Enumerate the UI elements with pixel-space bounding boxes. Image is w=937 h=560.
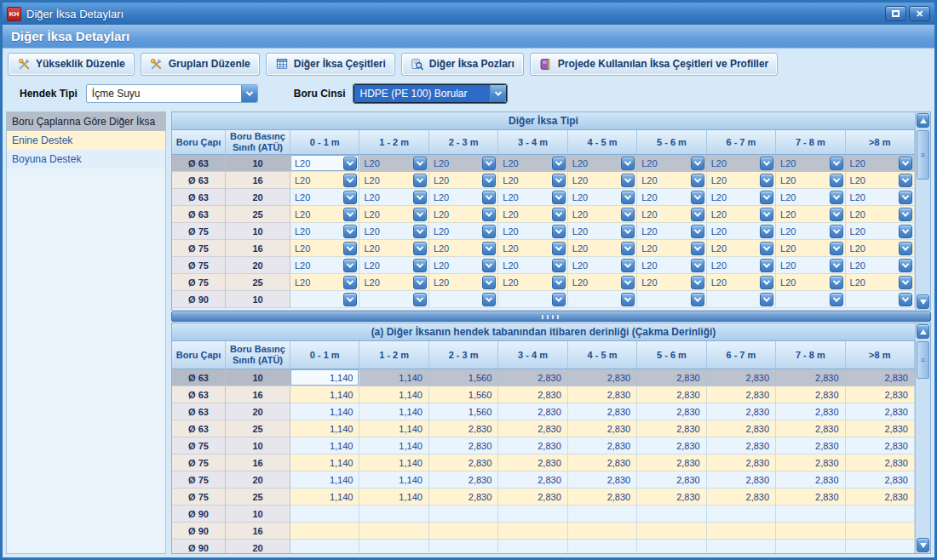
iksa-type-cell[interactable]: L20 (846, 223, 915, 240)
chevron-down-icon[interactable] (552, 208, 566, 221)
chevron-down-icon[interactable] (241, 85, 257, 102)
depth-value-cell[interactable]: 2,830 (707, 471, 776, 489)
depth-value-cell[interactable] (637, 523, 706, 540)
iksa-type-cell[interactable]: L20 (776, 223, 845, 240)
chevron-down-icon[interactable] (413, 293, 427, 306)
iksa-type-cell[interactable]: L20 (707, 223, 776, 240)
iksa-type-cell[interactable]: L20 (776, 240, 845, 257)
iksa-type-cell[interactable] (846, 291, 915, 308)
chevron-down-icon[interactable] (691, 293, 704, 306)
depth-value-cell[interactable]: 2,830 (637, 369, 706, 386)
depth-value-cell[interactable] (498, 523, 567, 540)
depth-value-cell[interactable]: 2,830 (637, 437, 706, 454)
iksa-type-cell[interactable]: L20 (707, 189, 776, 206)
depth-value-cell[interactable]: 2,830 (707, 489, 776, 506)
iksa-type-cell[interactable]: L20 (776, 206, 845, 223)
chevron-down-icon[interactable] (413, 242, 427, 255)
depth-value-cell[interactable]: 2,830 (776, 420, 845, 437)
chevron-down-icon[interactable] (552, 225, 566, 238)
chevron-down-icon[interactable] (830, 259, 843, 272)
iksa-type-cell[interactable]: L20 (637, 223, 706, 240)
chevron-down-icon[interactable] (899, 242, 912, 255)
chevron-down-icon[interactable] (760, 259, 773, 272)
iksa-type-cell[interactable] (429, 291, 498, 308)
iksa-type-cell[interactable]: L20 (429, 274, 498, 291)
iksa-type-cell[interactable]: L20 (429, 189, 498, 206)
depth-value-cell[interactable] (568, 506, 637, 523)
depth-value-cell[interactable]: 2,830 (846, 386, 915, 403)
iksa-type-cell[interactable] (498, 291, 567, 308)
project-iksa-profiles-button[interactable]: Projede Kullanılan İksa Çeşitleri ve Pro… (530, 53, 778, 76)
iksa-type-cell[interactable]: L20 (498, 223, 567, 240)
chevron-down-icon[interactable] (899, 259, 912, 272)
depth-value-cell[interactable]: 1,560 (429, 369, 498, 386)
iksa-type-cell[interactable]: L20 (290, 155, 359, 172)
iksa-type-cell[interactable]: L20 (568, 189, 637, 206)
chevron-down-icon[interactable] (830, 276, 843, 289)
chevron-down-icon[interactable] (621, 242, 635, 255)
chevron-down-icon[interactable] (413, 191, 427, 204)
depth-value-cell[interactable]: 1,140 (290, 437, 359, 454)
depth-value-cell[interactable]: 2,830 (568, 369, 637, 386)
iksa-type-cell[interactable]: L20 (498, 274, 567, 291)
chevron-down-icon[interactable] (343, 208, 357, 221)
depth-value-cell[interactable] (776, 506, 845, 523)
depth-value-cell[interactable]: 2,830 (846, 369, 915, 386)
depth-value-cell[interactable]: 2,830 (498, 403, 567, 420)
depth-value-cell[interactable]: 2,830 (846, 489, 915, 506)
chevron-down-icon[interactable] (621, 259, 635, 272)
chevron-down-icon[interactable] (760, 242, 773, 255)
chevron-down-icon[interactable] (691, 157, 704, 170)
depth-value-cell[interactable] (707, 523, 776, 540)
iksa-type-cell[interactable]: L20 (637, 257, 706, 274)
depth-value-cell[interactable] (846, 540, 915, 553)
depth-value-cell[interactable]: 1,140 (290, 403, 359, 420)
restore-button[interactable] (885, 6, 906, 21)
depth-value-cell[interactable]: 2,830 (429, 489, 498, 506)
depth-value-cell[interactable]: 2,830 (637, 471, 706, 489)
chevron-down-icon[interactable] (343, 276, 357, 289)
depth-value-cell[interactable]: 1,560 (429, 403, 498, 420)
chevron-down-icon[interactable] (621, 208, 635, 221)
depth-value-cell[interactable]: 2,830 (707, 403, 776, 420)
depth-value-cell[interactable]: 2,830 (776, 386, 845, 403)
iksa-type-cell[interactable]: L20 (776, 189, 845, 206)
chevron-down-icon[interactable] (552, 293, 566, 306)
depth-value-cell[interactable] (359, 506, 428, 523)
depth-value-cell[interactable]: 1,140 (290, 471, 359, 489)
iksa-type-cell[interactable]: L20 (498, 206, 567, 223)
depth-value-cell[interactable]: 2,830 (707, 437, 776, 454)
depth-value-cell[interactable]: 2,830 (498, 437, 567, 454)
depth-value-cell[interactable] (776, 540, 845, 553)
depth-value-cell[interactable] (846, 523, 915, 540)
chevron-down-icon[interactable] (760, 276, 773, 289)
iksa-type-cell[interactable]: L20 (498, 172, 567, 189)
iksa-type-cell[interactable]: L20 (776, 274, 845, 291)
chevron-down-icon[interactable] (552, 174, 566, 187)
iksa-type-cell[interactable]: L20 (637, 189, 706, 206)
depth-value-cell[interactable]: 2,830 (776, 437, 845, 454)
iksa-type-cell[interactable]: L20 (498, 155, 567, 172)
iksa-type-cell[interactable]: L20 (637, 172, 706, 189)
depth-value-cell[interactable] (637, 540, 706, 553)
chevron-down-icon[interactable] (691, 191, 704, 204)
iksa-type-cell[interactable]: L20 (568, 274, 637, 291)
depth-value-cell[interactable]: 2,830 (776, 489, 845, 506)
depth-value-cell[interactable]: 2,830 (568, 403, 637, 420)
depth-value-cell[interactable]: 1,140 (359, 420, 428, 437)
iksa-type-cell[interactable]: L20 (568, 240, 637, 257)
iksa-type-cell[interactable]: L20 (429, 206, 498, 223)
iksa-type-cell[interactable]: L20 (846, 155, 915, 172)
depth-value-cell[interactable]: 2,830 (707, 386, 776, 403)
depth-value-cell[interactable] (568, 523, 637, 540)
depth-value-cell[interactable]: 1,140 (290, 386, 359, 403)
groups-edit-button[interactable]: Grupları Düzenle (141, 53, 260, 76)
iksa-type-cell[interactable]: L20 (290, 189, 359, 206)
vertical-scrollbar[interactable]: ≡ (915, 112, 930, 310)
chevron-down-icon[interactable] (691, 259, 704, 272)
chevron-down-icon[interactable] (899, 208, 912, 221)
depth-value-cell[interactable]: 1,140 (359, 454, 428, 471)
chevron-down-icon[interactable] (691, 208, 704, 221)
chevron-down-icon[interactable] (621, 191, 635, 204)
iksa-types-button[interactable]: Diğer İksa Çeşitleri (266, 53, 395, 76)
